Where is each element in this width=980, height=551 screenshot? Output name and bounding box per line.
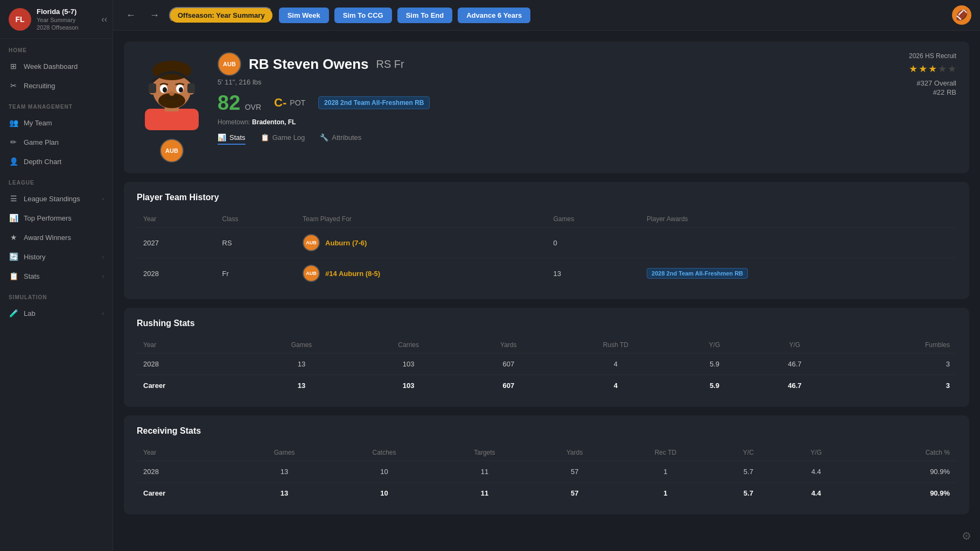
recruiting-icon: ✂ xyxy=(9,81,18,90)
award-winners-label: Award Winners xyxy=(24,234,104,242)
receiving-stats-section: Receiving Stats Year Games Catches Targe… xyxy=(124,415,969,514)
history-2027-team-name: Auburn (7-6) xyxy=(325,239,367,247)
lab-arrow: › xyxy=(102,310,104,316)
offseason-badge-button[interactable]: Offseason: Year Summary xyxy=(169,7,274,24)
svg-point-11 xyxy=(179,87,183,93)
pot-grade: C- xyxy=(274,96,286,110)
rec-2028-catches: 10 xyxy=(332,461,436,483)
sim-week-button[interactable]: Sim Week xyxy=(279,8,329,23)
ovr-value: 82 xyxy=(218,91,240,114)
league-standings-icon: ☰ xyxy=(9,194,18,203)
content-area: AUB AUB RB Steven Owens RS Fr 5' 11", 21… xyxy=(113,31,980,551)
sim-to-end-button[interactable]: Sim To End xyxy=(397,8,453,23)
team-offseason: 2028 Offseason xyxy=(37,24,104,31)
rank-pos: #22 RB xyxy=(859,88,956,96)
sidebar-item-game-plan[interactable]: ✏ Game Plan xyxy=(0,132,113,152)
rec-2028-games: 13 xyxy=(236,461,332,483)
history-2027-games: 0 xyxy=(547,228,641,258)
settings-gear-icon[interactable]: ⚙ xyxy=(962,529,971,542)
rush-col-ypc: Y/G xyxy=(676,337,753,354)
rec-col-catch-pct: Catch % xyxy=(850,444,956,461)
player-main-info: AUB RB Steven Owens RS Fr 5' 11", 216 lb… xyxy=(218,52,849,145)
rush-2028-ypc: 5.9 xyxy=(676,354,753,375)
tab-stats[interactable]: 📊 Stats xyxy=(218,133,246,145)
svg-point-13 xyxy=(169,91,174,96)
tab-game-log[interactable]: 📋 Game Log xyxy=(261,133,305,145)
simulation-section-label: SIMULATION xyxy=(0,286,113,303)
rec-career-ypc: 5.7 xyxy=(715,483,782,504)
rush-2028-games: 13 xyxy=(248,354,355,375)
sidebar-item-award-winners[interactable]: ★ Award Winners xyxy=(0,228,113,247)
game-plan-icon: ✏ xyxy=(9,138,18,146)
team-summary: Year Summary xyxy=(37,17,104,23)
collapse-sidebar-button[interactable]: ‹‹ xyxy=(101,15,107,24)
history-2028-awards: 2028 2nd Team All-Freshmen RB xyxy=(640,258,956,289)
stats-label: Stats xyxy=(24,272,96,280)
receiving-stats-title: Receiving Stats xyxy=(137,426,956,436)
star-4: ★ xyxy=(938,63,947,75)
rec-career-targets: 11 xyxy=(436,483,533,504)
rec-career-catches: 10 xyxy=(332,483,436,504)
depth-chart-icon: 👤 xyxy=(9,157,18,166)
history-2027-awards xyxy=(640,228,956,258)
rank-overall: #327 Overall xyxy=(859,79,956,87)
sidebar-item-top-performers[interactable]: 📊 Top Performers xyxy=(0,208,113,228)
advance-6-years-button[interactable]: Advance 6 Years xyxy=(458,8,530,23)
lab-icon: 🧪 xyxy=(9,309,18,317)
rec-2028-yards: 57 xyxy=(533,461,617,483)
depth-chart-label: Depth Chart xyxy=(24,158,104,166)
rushing-row-career: Career 13 103 607 4 5.9 46.7 3 xyxy=(137,375,956,397)
rec-col-rec-td: Rec TD xyxy=(616,444,715,461)
attributes-tab-icon: 🔧 xyxy=(320,133,328,142)
sidebar-item-lab[interactable]: 🧪 Lab › xyxy=(0,303,113,323)
app-logo: 🏈 xyxy=(952,5,971,25)
player-right: 2026 HS Recruit ★ ★ ★ ★ ★ #327 Overall #… xyxy=(859,52,956,96)
tab-attributes[interactable]: 🔧 Attributes xyxy=(320,133,361,145)
sidebar-item-stats[interactable]: 📋 Stats › xyxy=(0,266,113,286)
sidebar-header: FL Florida (5-7) Year Summary 2028 Offse… xyxy=(0,0,113,39)
forward-button[interactable]: → xyxy=(145,8,164,23)
rec-career-td: 1 xyxy=(616,483,715,504)
rec-col-ypg: Y/G xyxy=(782,444,850,461)
sim-to-ccg-button[interactable]: Sim To CCG xyxy=(334,8,392,23)
rush-2028-td: 4 xyxy=(555,354,676,375)
history-col-awards: Player Awards xyxy=(640,211,956,228)
rush-career-fumbles: 3 xyxy=(837,375,956,397)
rec-2028-year: 2028 xyxy=(137,461,236,483)
week-dashboard-icon: ⊞ xyxy=(9,62,18,70)
rec-2028-catch-pct: 90.9% xyxy=(850,461,956,483)
rec-col-year: Year xyxy=(137,444,236,461)
sidebar-item-recruiting[interactable]: ✂ Recruiting xyxy=(0,76,113,95)
sidebar-item-my-team[interactable]: 👥 My Team xyxy=(0,113,113,132)
rush-col-carries: Carries xyxy=(355,337,462,354)
sidebar-item-depth-chart[interactable]: 👤 Depth Chart xyxy=(0,152,113,171)
sidebar-item-history[interactable]: 🔄 History › xyxy=(0,247,113,266)
receiving-stats-table: Year Games Catches Targets Yards Rec TD … xyxy=(137,444,956,504)
rec-2028-targets: 11 xyxy=(436,461,533,483)
rec-2028-ypg: 4.4 xyxy=(782,461,850,483)
rush-col-ypg: Y/G xyxy=(753,337,837,354)
rec-col-ypc: Y/C xyxy=(715,444,782,461)
sidebar-item-week-dashboard[interactable]: ⊞ Week Dashboard xyxy=(0,56,113,76)
rec-col-catches: Catches xyxy=(332,444,436,461)
rush-2028-ypg: 46.7 xyxy=(753,354,837,375)
history-2028-year: 2028 xyxy=(137,258,216,289)
rushing-stats-title: Rushing Stats xyxy=(137,319,956,328)
top-performers-icon: 📊 xyxy=(9,214,18,222)
star-2: ★ xyxy=(919,63,927,75)
player-card: AUB AUB RB Steven Owens RS Fr 5' 11", 21… xyxy=(124,41,969,173)
player-physical: 5' 11", 216 lbs xyxy=(218,78,849,86)
rush-career-td: 4 xyxy=(555,375,676,397)
rec-career-ypg: 4.4 xyxy=(782,483,850,504)
back-button[interactable]: ← xyxy=(122,8,140,23)
history-2028-award-badge: 2028 2nd Team All-Freshmen RB xyxy=(647,268,748,279)
star-5: ★ xyxy=(948,63,956,75)
team-info: Florida (5-7) Year Summary 2028 Offseaso… xyxy=(37,8,104,31)
player-tabs: 📊 Stats 📋 Game Log 🔧 Attributes xyxy=(218,133,849,145)
sidebar-item-league-standings[interactable]: ☰ League Standings › xyxy=(0,189,113,208)
hometown-value: Bradenton, FL xyxy=(252,118,296,126)
rush-career-ypc: 5.9 xyxy=(676,375,753,397)
ovr-block: 82 OVR xyxy=(218,93,261,113)
rec-career-catch-pct: 90.9% xyxy=(850,483,956,504)
rush-career-yards: 607 xyxy=(462,375,555,397)
